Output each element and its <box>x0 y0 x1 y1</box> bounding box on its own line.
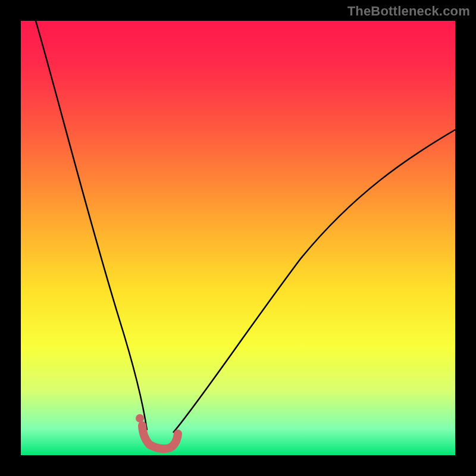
dip-dot <box>136 414 144 422</box>
plot-area <box>21 21 455 455</box>
chart-svg <box>21 21 455 455</box>
curve-left <box>36 21 147 430</box>
watermark-text: TheBottleneck.com <box>347 4 470 19</box>
chart-frame: TheBottleneck.com <box>0 0 476 476</box>
curve-right <box>173 130 455 433</box>
dip-marker <box>142 425 178 449</box>
